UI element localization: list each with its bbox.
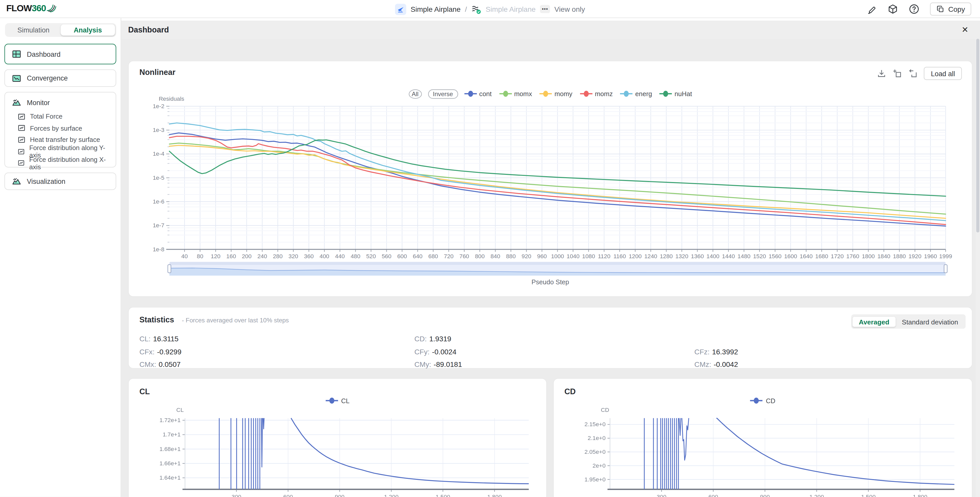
logo-swirl-icon (46, 3, 57, 13)
svg-text:300: 300 (232, 494, 241, 497)
breadcrumb-project-name[interactable]: Simple Airplane (410, 5, 460, 13)
sidebar-item-convergence[interactable]: Convergence (4, 69, 116, 87)
sidebar-item-total-force[interactable]: Total Force (5, 111, 116, 122)
svg-text:2.15e+0: 2.15e+0 (584, 421, 606, 427)
svg-text:40: 40 (181, 253, 188, 260)
cube-icon[interactable] (888, 4, 899, 14)
svg-text:880: 880 (506, 253, 516, 260)
close-icon[interactable]: ✕ (960, 24, 970, 34)
svg-text:1120: 1120 (598, 253, 610, 260)
toggle-averaged[interactable]: Averaged (853, 317, 896, 327)
scrollbar-thumb[interactable] (976, 39, 979, 233)
svg-text:1840: 1840 (878, 253, 891, 260)
svg-text:CD: CD (601, 406, 609, 413)
svg-text:1920: 1920 (908, 253, 921, 260)
svg-text:1,500: 1,500 (861, 494, 876, 497)
svg-text:320: 320 (288, 253, 298, 260)
svg-text:440: 440 (335, 253, 345, 260)
svg-text:1.95e+0: 1.95e+0 (584, 476, 606, 483)
sidebar-item-label: Monitor (27, 99, 50, 106)
pseudo-step-range-slider[interactable] (169, 262, 945, 276)
breadcrumb-case-name[interactable]: Simple Airplane (486, 5, 536, 13)
cl-chart[interactable]: 3006009001,2001,5001,8001.72e+11.7e+11.6… (129, 379, 548, 497)
slider-minimap (169, 265, 945, 276)
cd-card: CD CD 3006009001,2001,5001,8002.15e+02.1… (553, 378, 972, 497)
copy-button-label: Copy (948, 5, 965, 13)
sidebar-subitem-label: Total Force (30, 113, 62, 120)
cd-chart[interactable]: 3006009001,2001,5001,8002.15e+02.1e+02.0… (554, 379, 973, 497)
svg-text:1160: 1160 (613, 253, 626, 260)
breadcrumb-separator: / (465, 5, 467, 13)
edit-pen-icon[interactable] (867, 4, 877, 14)
logo-text-360: 360 (32, 3, 46, 13)
sidebar-item-visualization[interactable]: Visualization (4, 172, 116, 190)
svg-text:240: 240 (258, 253, 267, 260)
svg-text:1640: 1640 (800, 253, 813, 260)
svg-text:1720: 1720 (831, 253, 844, 260)
stat-cmx: CMx:0.0507 (139, 358, 414, 371)
sidebar-subitem-label: Forces by surface (30, 124, 82, 132)
tab-analysis[interactable]: Analysis (60, 24, 115, 35)
project-type-badge[interactable] (395, 3, 406, 14)
top-bar: FLOW360 Simple Airplane / (0, 0, 980, 18)
svg-text:2e+0: 2e+0 (593, 462, 606, 469)
chart-icon (18, 135, 25, 144)
flow360-logo[interactable]: FLOW360 (6, 3, 57, 13)
svg-text:80: 80 (197, 253, 203, 260)
svg-text:300: 300 (657, 494, 666, 497)
sidebar-item-dashboard[interactable]: Dashboard (4, 44, 116, 64)
svg-text:520: 520 (366, 253, 376, 260)
svg-text:1080: 1080 (582, 253, 595, 260)
svg-text:1,200: 1,200 (810, 494, 824, 497)
copy-icon (936, 5, 945, 13)
svg-text:760: 760 (460, 253, 469, 260)
breadcrumb: Simple Airplane / Simple Airplane ••• Vi… (395, 0, 585, 18)
series-CD (716, 418, 955, 484)
svg-text:160: 160 (226, 253, 236, 260)
sidebar-subitem-label: Heat transfer by surface (30, 136, 100, 143)
chart-icon (18, 147, 25, 155)
slider-body (169, 265, 945, 276)
svg-text:1320: 1320 (676, 253, 689, 260)
sidebar-item-force-dist-x[interactable]: Force distribution along X-axis (5, 157, 116, 169)
help-icon[interactable] (909, 4, 920, 14)
svg-text:900: 900 (760, 494, 770, 497)
statistics-grid: CL:16.3115 CD:1.9319 CFx:-0.9299 CFy:-0.… (139, 332, 961, 371)
stat-cfy: CFy:-0.0024 (414, 346, 694, 358)
copy-button[interactable]: Copy (930, 3, 971, 16)
logo-text-flow: FLOW (6, 3, 32, 13)
svg-text:1e-6: 1e-6 (153, 198, 164, 205)
svg-text:1040: 1040 (566, 253, 580, 260)
svg-text:1880: 1880 (893, 253, 906, 260)
svg-text:1.7e+1: 1.7e+1 (162, 431, 180, 438)
toggle-standard-deviation[interactable]: Standard deviation (896, 317, 964, 327)
svg-text:CL: CL (176, 406, 184, 413)
tab-simulation[interactable]: Simulation (6, 24, 60, 35)
svg-text:680: 680 (428, 253, 438, 260)
svg-text:120: 120 (211, 253, 220, 260)
visualization-icon (12, 177, 21, 186)
airplane-icon (397, 5, 404, 13)
svg-text:1.64e+1: 1.64e+1 (159, 474, 181, 481)
svg-text:600: 600 (283, 494, 293, 497)
sidebar-item-forces-by-surface[interactable]: Forces by surface (5, 122, 116, 134)
svg-text:1e-8: 1e-8 (153, 246, 164, 253)
page-title: Dashboard (128, 25, 169, 34)
svg-text:1999: 1999 (939, 253, 952, 260)
svg-text:2.1e+0: 2.1e+0 (588, 435, 606, 441)
dashboard-icon (12, 49, 21, 59)
svg-text:280: 280 (273, 253, 283, 260)
svg-text:2.05e+0: 2.05e+0 (584, 448, 606, 455)
slider-handle-right[interactable] (944, 264, 948, 273)
svg-text:800: 800 (475, 253, 485, 260)
sidebar-item-monitor[interactable]: Monitor (5, 94, 116, 111)
nonlinear-card: Nonlinear Load all (128, 61, 973, 297)
breadcrumb-more-button[interactable]: ••• (540, 5, 550, 13)
svg-text:1600: 1600 (784, 253, 797, 260)
vertical-scrollbar[interactable] (976, 39, 980, 497)
slider-top-strip (169, 262, 945, 265)
sidebar: Simulation Analysis Dashboard Convergenc… (0, 18, 121, 497)
svg-text:Residuals: Residuals (159, 96, 185, 102)
slider-handle-left[interactable] (167, 264, 171, 273)
svg-text:1200: 1200 (629, 253, 642, 260)
